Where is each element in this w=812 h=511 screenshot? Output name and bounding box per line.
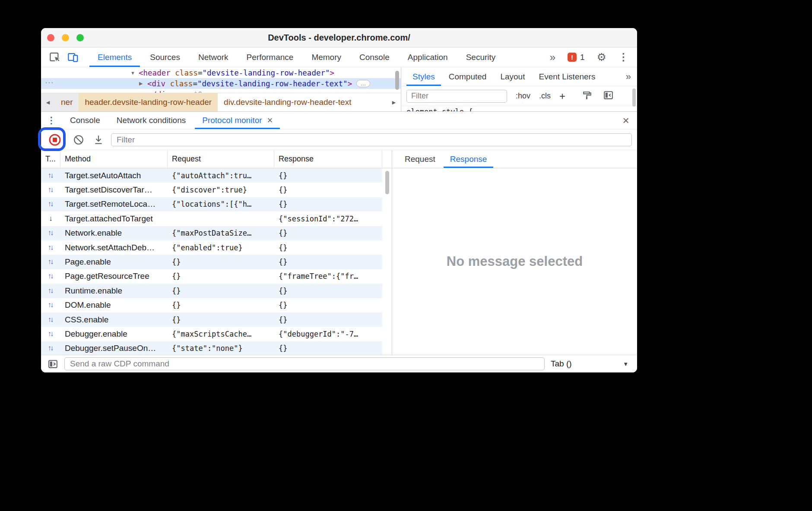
table-row[interactable]: ↑↓Target.setAutoAttach{"autoAttach":tru…… — [41, 168, 382, 183]
tab-network[interactable]: Network — [189, 47, 238, 67]
type-cell: ↓ — [41, 211, 60, 226]
method-cell: Network.setAttachDeb… — [60, 240, 168, 255]
tab-memory[interactable]: Memory — [302, 47, 350, 67]
column-header-request[interactable]: Request — [168, 150, 274, 168]
expand-children-button[interactable]: … — [356, 80, 370, 87]
method-cell: Target.attachedToTarget — [60, 211, 168, 226]
save-icon[interactable] — [92, 133, 105, 146]
table-row[interactable]: ↑↓Network.setAttachDeb…{"enabled":true}{… — [41, 240, 382, 255]
styles-tab-list: StylesComputedLayoutEvent Listeners — [406, 67, 602, 86]
response-cell: {} — [274, 298, 382, 312]
method-cell: Debugger.enable — [60, 327, 168, 341]
window-title: DevTools - developer.chrome.com/ — [41, 33, 637, 43]
table-row[interactable]: ↑↓Network.enable{"maxPostDataSize…{} — [41, 226, 382, 240]
table-row[interactable]: ↑↓Debugger.enable{"maxScriptsCache…{"deb… — [41, 327, 382, 341]
more-panels-icon[interactable]: » — [550, 52, 555, 63]
sent-received-arrows-icon: ↑↓ — [48, 229, 54, 237]
protocol-monitor-toolbar — [41, 129, 637, 150]
drawer-menu-icon[interactable]: ⋮ — [41, 112, 62, 129]
tab-styles[interactable]: Styles — [406, 67, 442, 86]
table-row[interactable]: ↑↓Page.getResourceTree{}{"frameTree":{"f… — [41, 269, 382, 284]
record-button[interactable] — [44, 129, 65, 150]
type-cell: ↑↓ — [41, 269, 60, 284]
close-drawer-icon[interactable]: × — [615, 112, 637, 129]
type-cell: ↑↓ — [41, 226, 60, 240]
styles-sidebar: StylesComputedLayoutEvent Listeners » :h… — [401, 67, 637, 111]
tab-computed[interactable]: Computed — [442, 67, 494, 86]
method-cell: Target.setAutoAttach — [60, 168, 168, 183]
table-row[interactable]: ↑↓Page.enable{}{} — [41, 255, 382, 269]
drawer-tab-console[interactable]: Console — [62, 112, 108, 129]
tab-elements[interactable]: Elements — [89, 47, 141, 67]
request-cell: {"locations":[{"h… — [168, 197, 274, 211]
expander-collapsed-icon[interactable]: ▶ — [139, 81, 147, 86]
clear-icon[interactable] — [72, 133, 85, 146]
more-sidebar-tabs-icon[interactable]: » — [626, 71, 637, 82]
cdp-command-bar: Tab () ▼ — [41, 355, 637, 372]
drawer-tab-strip: ⋮ ConsoleNetwork conditionsProtocol moni… — [41, 112, 637, 129]
tab-application[interactable]: Application — [399, 47, 457, 67]
breadcrumb-item[interactable]: header.devsite-landing-row-header — [79, 93, 218, 111]
dom-tree-scrollbar[interactable] — [395, 71, 399, 90]
tab-security[interactable]: Security — [457, 47, 505, 67]
styles-scrollbar[interactable] — [632, 88, 636, 107]
toolbar-right-icons: » ! 1 ⚙ ⋮ — [550, 47, 637, 67]
cdp-command-input[interactable] — [64, 357, 545, 370]
drawer-tab-network-conditions[interactable]: Network conditions — [108, 112, 194, 129]
tab-performance[interactable]: Performance — [238, 47, 303, 67]
column-header-method[interactable]: Method — [60, 150, 168, 168]
tab-event-listeners[interactable]: Event Listeners — [532, 67, 602, 86]
toggle-classes-button[interactable]: .cls — [539, 91, 551, 101]
new-style-rule-button[interactable]: + — [559, 90, 565, 102]
expander-expanded-icon[interactable]: ▼ — [130, 70, 139, 76]
table-row[interactable]: ↑↓Debugger.setPauseOn…{"state":"none"}{} — [41, 341, 382, 355]
rendering-brush-icon[interactable] — [582, 90, 593, 102]
drawer-tab-label: Network conditions — [117, 116, 186, 125]
main-menu-icon[interactable]: ⋮ — [619, 52, 628, 62]
dom-tree-node[interactable]: </div> == $0 — [41, 89, 401, 93]
table-row[interactable]: ↑↓Runtime.enable{}{} — [41, 284, 382, 298]
breadcrumb-item[interactable]: div.devsite-landing-row-header-text — [218, 93, 357, 111]
table-row[interactable]: ↑↓DOM.enable{}{} — [41, 298, 382, 312]
response-cell: {} — [274, 284, 382, 298]
issues-counter[interactable]: ! 1 — [568, 53, 585, 62]
column-header-response[interactable]: Response — [274, 150, 382, 168]
window-titlebar: DevTools - developer.chrome.com/ — [41, 28, 637, 47]
inspect-icon[interactable] — [45, 47, 63, 67]
request-cell: {"enabled":true} — [168, 240, 274, 255]
table-scrollbar[interactable] — [385, 171, 389, 194]
tab-sources[interactable]: Sources — [141, 47, 189, 67]
method-cell: Network.enable — [60, 226, 168, 240]
breadcrumb-item[interactable]: ner — [55, 93, 79, 111]
table-row[interactable]: ↑↓Target.setDiscoverTar…{"discover":true… — [41, 183, 382, 197]
dom-tree-node[interactable]: ▶<div class="devsite-landing-row-header-… — [41, 78, 401, 89]
breadcrumb-left-arrow-icon[interactable]: ◀ — [41, 93, 55, 111]
protocol-filter-input[interactable] — [111, 133, 632, 146]
table-row[interactable]: ↑↓Target.setRemoteLoca…{"locations":[{"h… — [41, 197, 382, 211]
table-row[interactable]: ↓Target.attachedToTarget{"sessionId":"27… — [41, 211, 382, 226]
close-tab-icon[interactable]: × — [267, 116, 273, 125]
toggle-target-panel-icon[interactable] — [46, 357, 59, 370]
breadcrumb-right-arrow-icon[interactable]: ▶ — [387, 93, 401, 111]
settings-gear-icon[interactable]: ⚙ — [597, 52, 606, 63]
table-row[interactable]: ↑↓CSS.enable{}{} — [41, 312, 382, 327]
response-cell: {} — [274, 255, 382, 269]
hidden-nodes-icon[interactable]: ⋯ — [45, 77, 54, 88]
tab-layout[interactable]: Layout — [493, 67, 532, 86]
target-selector[interactable]: Tab () ▼ — [545, 359, 632, 369]
dock-sidebar-icon[interactable] — [603, 90, 614, 102]
dom-tree-node[interactable]: ▼<header class="devsite-landing-row-head… — [41, 67, 401, 78]
method-cell: Page.getResourceTree — [60, 269, 168, 284]
elements-panel-area: ⋯ ▼<header class="devsite-landing-row-he… — [41, 67, 637, 111]
response-cell: {"debuggerId":"-7… — [274, 327, 382, 341]
drawer-tab-protocol-monitor[interactable]: Protocol monitor× — [194, 112, 281, 129]
tab-console[interactable]: Console — [350, 47, 399, 67]
device-toolbar-icon[interactable] — [63, 47, 82, 67]
request-cell: {} — [168, 269, 274, 284]
toggle-element-state-button[interactable]: :hov — [516, 91, 530, 101]
column-header-t[interactable]: T... — [41, 150, 60, 168]
detail-tab-request[interactable]: Request — [397, 150, 443, 168]
styles-filter-input[interactable] — [406, 90, 507, 103]
detail-tab-response[interactable]: Response — [443, 150, 495, 168]
dom-tree: ▼<header class="devsite-landing-row-head… — [41, 67, 401, 93]
